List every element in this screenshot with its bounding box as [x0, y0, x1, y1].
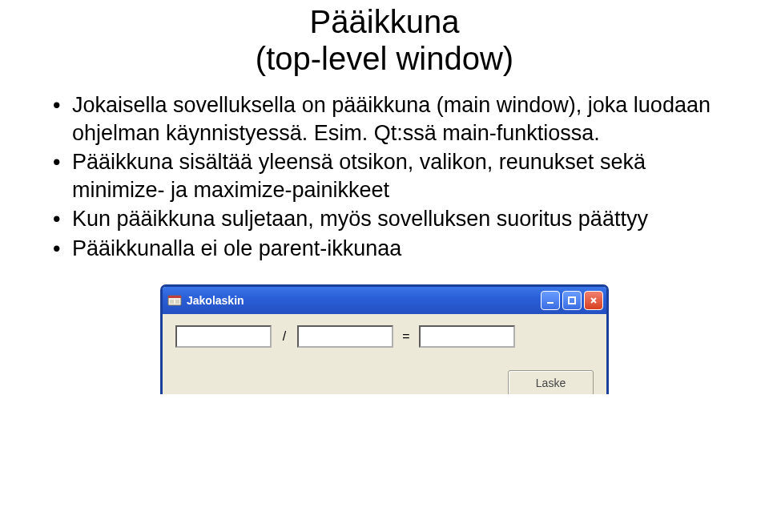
- operand-1-input[interactable]: [175, 325, 272, 348]
- window-chrome: Jakolaskin: [160, 284, 609, 402]
- bullet-list: Jokaisella sovelluksella on pääikkuna (m…: [48, 91, 721, 262]
- svg-rect-1: [168, 296, 181, 298]
- window-title: Jakolaskin: [187, 294, 541, 307]
- minimize-button[interactable]: [541, 291, 560, 310]
- close-button[interactable]: [584, 291, 603, 310]
- bullet-item: Kun pääikkuna suljetaan, myös sovellukse…: [48, 205, 721, 233]
- bullet-item: Pääikkunalla ei ole parent-ikkunaa: [48, 235, 721, 263]
- maximize-button[interactable]: [562, 291, 582, 310]
- title-line-1: Pääikkuna: [310, 4, 460, 39]
- svg-rect-2: [170, 300, 174, 304]
- client-area: / = Laske: [163, 314, 606, 402]
- title-line-2: (top-level window): [256, 41, 513, 76]
- calculate-button-label: Laske: [536, 377, 566, 389]
- divide-label: /: [280, 329, 289, 344]
- slide-title: Pääikkuna (top-level window): [48, 3, 721, 77]
- crop-mask: [152, 394, 617, 418]
- result-input[interactable]: [419, 325, 515, 348]
- screenshot-window: Jakolaskin: [160, 284, 609, 402]
- svg-rect-5: [569, 297, 575, 304]
- svg-rect-3: [175, 300, 179, 304]
- input-row: / =: [175, 325, 594, 348]
- calculate-button[interactable]: Laske: [508, 370, 594, 396]
- window-buttons: [541, 291, 603, 310]
- svg-rect-4: [547, 302, 554, 304]
- operand-2-input[interactable]: [297, 325, 393, 348]
- app-icon: [167, 293, 182, 308]
- button-row: Laske: [175, 370, 594, 396]
- bullet-item: Pääikkuna sisältää yleensä otsikon, vali…: [48, 148, 721, 204]
- titlebar: Jakolaskin: [163, 287, 606, 314]
- slide: Pääikkuna (top-level window) Jokaisella …: [0, 0, 769, 532]
- bullet-item: Jokaisella sovelluksella on pääikkuna (m…: [48, 91, 721, 147]
- equals-label: =: [401, 329, 411, 344]
